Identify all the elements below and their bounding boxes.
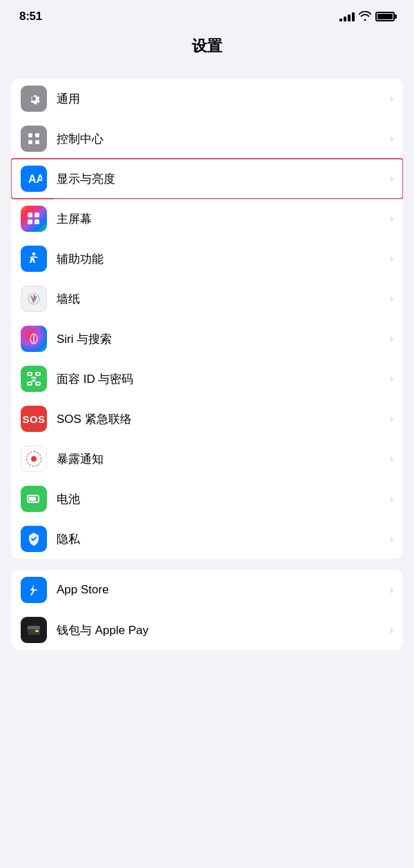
settings-group-2: App Store › 钱包与 Apple Pay › bbox=[11, 570, 403, 650]
battery-chevron: › bbox=[390, 493, 393, 505]
svg-rect-5 bbox=[28, 213, 32, 217]
privacy-chevron: › bbox=[390, 533, 393, 545]
settings-item-wallet[interactable]: 钱包与 Apple Pay › bbox=[11, 610, 403, 650]
svg-rect-21 bbox=[28, 627, 40, 629]
svg-rect-8 bbox=[34, 219, 39, 224]
general-icon bbox=[21, 86, 47, 112]
svg-rect-7 bbox=[28, 219, 32, 224]
svg-text:AA: AA bbox=[28, 173, 42, 185]
siri-icon bbox=[21, 326, 47, 352]
wallpaper-icon bbox=[21, 286, 47, 312]
sos-label: SOS 紧急联络 bbox=[57, 411, 386, 427]
accessibility-icon bbox=[21, 246, 47, 272]
display-icon: AA bbox=[21, 166, 47, 192]
home-screen-label: 主屏幕 bbox=[57, 211, 386, 227]
wallpaper-label: 墙纸 bbox=[57, 291, 386, 307]
settings-group-1: 通用 › 控制中心 › AA 显示与亮度 › bbox=[11, 79, 403, 559]
signal-icon bbox=[339, 12, 355, 21]
appstore-chevron: › bbox=[390, 584, 393, 596]
settings-item-wallpaper[interactable]: 墙纸 › bbox=[11, 279, 403, 319]
battery-settings-icon bbox=[21, 486, 47, 512]
privacy-icon bbox=[21, 526, 47, 552]
sos-text: SOS bbox=[22, 413, 45, 425]
control-center-label: 控制中心 bbox=[57, 131, 386, 147]
settings-item-siri[interactable]: Siri 与搜索 › bbox=[11, 319, 403, 359]
svg-rect-1 bbox=[35, 133, 39, 137]
exposure-chevron: › bbox=[390, 453, 393, 465]
settings-item-privacy[interactable]: 隐私 › bbox=[11, 519, 403, 559]
status-icons bbox=[339, 11, 395, 23]
settings-item-exposure[interactable]: 暴露通知 › bbox=[11, 439, 403, 479]
svg-rect-12 bbox=[28, 373, 32, 375]
wallet-icon bbox=[21, 617, 47, 643]
svg-rect-3 bbox=[35, 140, 39, 144]
siri-chevron: › bbox=[390, 333, 393, 345]
accessibility-chevron: › bbox=[390, 253, 393, 265]
svg-rect-2 bbox=[28, 140, 32, 144]
settings-item-faceid[interactable]: 面容 ID 与密码 › bbox=[11, 359, 403, 399]
accessibility-label: 辅助功能 bbox=[57, 251, 386, 267]
battery-icon bbox=[375, 12, 395, 21]
svg-rect-14 bbox=[28, 382, 32, 385]
svg-rect-15 bbox=[36, 382, 40, 385]
battery-label: 电池 bbox=[57, 491, 386, 507]
home-screen-icon bbox=[21, 206, 47, 232]
page-title-bar: 设置 bbox=[0, 29, 414, 68]
wifi-icon bbox=[359, 11, 371, 23]
display-label: 显示与亮度 bbox=[57, 171, 386, 187]
svg-point-9 bbox=[32, 253, 35, 255]
settings-item-display[interactable]: AA 显示与亮度 › bbox=[11, 159, 403, 199]
settings-item-general[interactable]: 通用 › bbox=[11, 79, 403, 119]
settings-item-appstore[interactable]: App Store › bbox=[11, 570, 403, 610]
general-chevron: › bbox=[390, 92, 393, 105]
siri-label: Siri 与搜索 bbox=[57, 331, 386, 347]
status-time: 8:51 bbox=[19, 10, 42, 23]
page-title: 设置 bbox=[192, 37, 222, 55]
svg-rect-18 bbox=[29, 497, 36, 501]
display-chevron: › bbox=[390, 172, 393, 185]
wallet-label: 钱包与 Apple Pay bbox=[57, 622, 386, 638]
wallpaper-chevron: › bbox=[390, 293, 393, 305]
status-bar: 8:51 bbox=[0, 0, 414, 29]
general-label: 通用 bbox=[57, 91, 386, 107]
control-center-chevron: › bbox=[390, 132, 393, 145]
svg-rect-6 bbox=[34, 213, 39, 217]
settings-item-battery[interactable]: 电池 › bbox=[11, 479, 403, 519]
appstore-label: App Store bbox=[57, 583, 386, 597]
svg-rect-22 bbox=[35, 630, 39, 632]
svg-rect-13 bbox=[36, 373, 40, 375]
sos-chevron: › bbox=[390, 413, 393, 425]
wallet-chevron: › bbox=[390, 624, 393, 636]
privacy-label: 隐私 bbox=[57, 531, 386, 547]
exposure-icon bbox=[21, 446, 47, 472]
control-center-icon bbox=[21, 126, 47, 152]
faceid-chevron: › bbox=[390, 373, 393, 385]
appstore-icon bbox=[21, 577, 47, 603]
settings-item-control-center[interactable]: 控制中心 › bbox=[11, 119, 403, 159]
faceid-icon bbox=[21, 366, 47, 392]
settings-item-sos[interactable]: SOS SOS 紧急联络 › bbox=[11, 399, 403, 439]
sos-icon: SOS bbox=[21, 406, 47, 432]
settings-item-accessibility[interactable]: 辅助功能 › bbox=[11, 239, 403, 279]
exposure-label: 暴露通知 bbox=[57, 451, 386, 467]
faceid-label: 面容 ID 与密码 bbox=[57, 371, 386, 387]
svg-rect-0 bbox=[28, 133, 32, 137]
settings-item-home-screen[interactable]: 主屏幕 › bbox=[11, 199, 403, 239]
home-screen-chevron: › bbox=[390, 213, 393, 225]
